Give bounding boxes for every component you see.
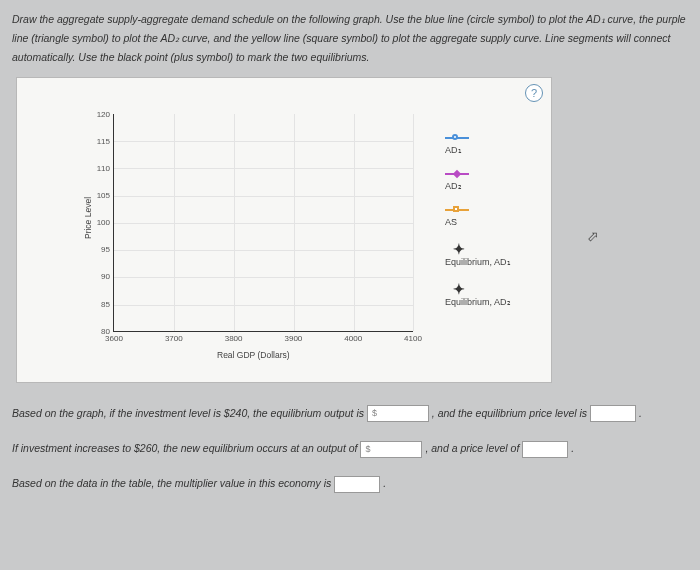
eq-output-1-input[interactable]: $ — [367, 405, 429, 422]
plus-icon: ✦ — [453, 241, 465, 257]
legend-as[interactable]: AS — [435, 205, 543, 227]
instructions-text: Draw the aggregate supply-aggregate dema… — [12, 10, 688, 67]
legend-eq1[interactable]: ✦ Equilibrium, AD₁ — [435, 241, 543, 267]
y-tick: 95 — [101, 245, 110, 254]
y-tick: 105 — [97, 191, 110, 200]
y-tick: 115 — [97, 136, 110, 145]
x-tick: 3700 — [165, 334, 183, 343]
x-tick: 3600 — [105, 334, 123, 343]
x-axis-label: Real GDP (Dollars) — [217, 350, 290, 360]
x-tick: 4000 — [344, 334, 362, 343]
y-tick: 90 — [101, 272, 110, 281]
multiplier-input[interactable] — [334, 476, 380, 493]
diamond-icon — [453, 170, 461, 178]
circle-icon — [452, 134, 458, 140]
question-block: Based on the graph, if the investment le… — [12, 401, 688, 497]
square-icon — [453, 206, 459, 212]
cursor-icon: ⬀ — [587, 228, 599, 244]
x-tick: 3800 — [225, 334, 243, 343]
eq-output-2-input[interactable]: $ — [360, 441, 422, 458]
y-tick: 110 — [97, 163, 110, 172]
eq-price-2-input[interactable] — [522, 441, 568, 458]
legend-ad2[interactable]: AD₂ — [435, 169, 543, 191]
x-tick: 4100 — [404, 334, 422, 343]
x-tick: 3900 — [284, 334, 302, 343]
plus-icon: ✦ — [453, 281, 465, 297]
y-tick: 85 — [101, 299, 110, 308]
y-tick: 120 — [97, 109, 110, 118]
legend-ad1[interactable]: AD₁ — [435, 133, 543, 155]
help-icon[interactable]: ? — [525, 84, 543, 102]
plot-area[interactable]: 120 115 110 105 100 95 90 85 80 3600 370… — [113, 114, 413, 332]
legend-eq2[interactable]: ✦ Equilibrium, AD₂ — [435, 281, 543, 307]
graph-panel[interactable]: ? 120 115 110 105 100 95 90 85 80 3600 3… — [16, 77, 552, 383]
eq-price-1-input[interactable] — [590, 405, 636, 422]
y-axis-label: Price Level — [83, 197, 93, 239]
legend: AD₁ AD₂ AS ✦ Equilibrium, AD₁ ✦ Equilibr… — [435, 133, 543, 321]
y-tick: 100 — [97, 218, 110, 227]
